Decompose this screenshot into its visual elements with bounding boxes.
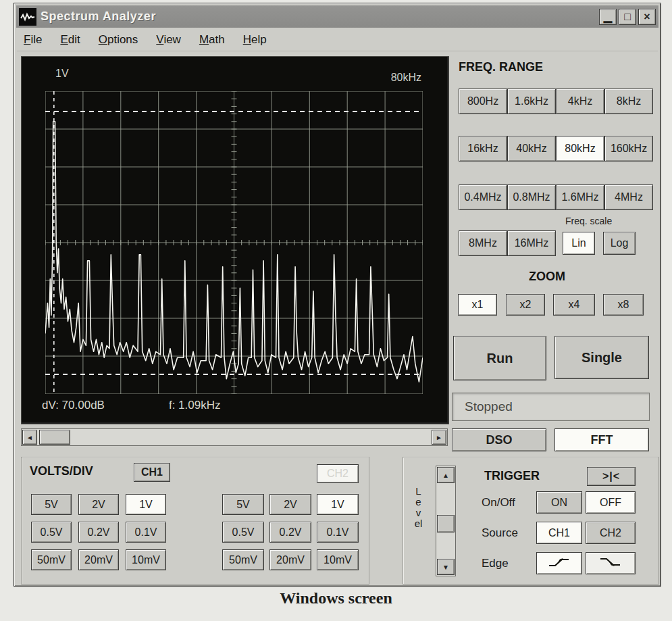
trigger-source-ch1-button[interactable]: CH1 bbox=[536, 522, 582, 544]
menu-help[interactable]: Help bbox=[243, 33, 267, 47]
freq-0.4mhz-button[interactable]: 0.4MHz bbox=[459, 184, 507, 210]
spectrum-graticule bbox=[45, 91, 423, 394]
horizontal-scrollbar[interactable]: ◄ ► bbox=[21, 428, 448, 446]
ch1-0.1v-button[interactable]: 0.1V bbox=[126, 522, 166, 543]
app-waveform-icon bbox=[19, 8, 36, 26]
scroll-right-icon[interactable]: ► bbox=[432, 430, 446, 445]
volts-div-title: VOLTS/DIV bbox=[30, 464, 93, 478]
dso-button[interactable]: DSO bbox=[452, 428, 546, 451]
ch1-20mv-button[interactable]: 20mV bbox=[78, 549, 119, 570]
freq-80khz-button[interactable]: 80kHz bbox=[556, 136, 604, 162]
title-bar[interactable]: Spectrum Analyzer ▁ □ × bbox=[16, 5, 658, 28]
freq-8khz-button[interactable]: 8kHz bbox=[604, 89, 653, 114]
menu-options[interactable]: Options bbox=[99, 33, 138, 47]
ch2-0.5v-button[interactable]: 0.5V bbox=[222, 522, 264, 543]
ch1-2v-button[interactable]: 2V bbox=[78, 494, 119, 515]
level-up-icon[interactable]: ▲ bbox=[437, 467, 455, 483]
freq-range-title: FREQ. RANGE bbox=[459, 60, 543, 74]
ch1-1v-button[interactable]: 1V bbox=[126, 494, 166, 515]
volts-per-div-readout: 1V bbox=[55, 68, 69, 80]
ch1-0.5v-button[interactable]: 0.5V bbox=[31, 522, 72, 543]
freq-1.6mhz-button[interactable]: 1.6MHz bbox=[556, 184, 604, 210]
maximize-button[interactable]: □ bbox=[619, 9, 636, 25]
menu-math[interactable]: Math bbox=[199, 33, 225, 47]
zoom-x2-button[interactable]: x2 bbox=[506, 294, 545, 316]
status-panel: Stopped bbox=[452, 393, 650, 421]
trigger-off-button[interactable]: OFF bbox=[586, 491, 636, 514]
scanned-page: Spectrum Analyzer ▁ □ × File Edit Option… bbox=[0, 0, 672, 621]
level-down-icon[interactable]: ▼ bbox=[437, 559, 455, 575]
ch2-1v-button[interactable]: 1V bbox=[317, 494, 359, 515]
edge-label: Edge bbox=[482, 557, 509, 570]
trigger-falling-edge-button[interactable] bbox=[586, 552, 636, 574]
freq-8mhz-button[interactable]: 8MHz bbox=[459, 230, 507, 256]
ch2-20mv-button[interactable]: 20mV bbox=[269, 549, 311, 570]
menu-bar: File Edit Options View Math Help bbox=[17, 29, 658, 51]
freq-scale-log-button[interactable]: Log bbox=[603, 232, 636, 255]
window-controls: ▁ □ × bbox=[599, 9, 656, 25]
minimize-button[interactable]: ▁ bbox=[599, 9, 617, 25]
level-scrollbar[interactable]: ▲ ▼ bbox=[436, 466, 456, 576]
scroll-left-icon[interactable]: ◄ bbox=[22, 430, 37, 445]
trigger-sync-button[interactable]: >|< bbox=[587, 467, 636, 486]
trigger-on-button[interactable]: ON bbox=[536, 491, 582, 514]
freq-16khz-button[interactable]: 16kHz bbox=[459, 136, 507, 162]
ch2-50mv-button[interactable]: 50mV bbox=[222, 549, 264, 570]
app-window: Spectrum Analyzer ▁ □ × File Edit Option… bbox=[14, 3, 661, 587]
close-button[interactable]: × bbox=[638, 9, 656, 25]
volts-div-panel: VOLTS/DIV CH1 CH2 5V 2V 1V 0.5V 0.2V 0.1… bbox=[21, 457, 369, 585]
trigger-title: TRIGGER bbox=[484, 469, 540, 483]
zoom-x4-button[interactable]: x4 bbox=[553, 294, 595, 316]
falling-edge-icon bbox=[598, 556, 623, 571]
dv-readout: dV: 70.00dB bbox=[42, 399, 105, 412]
run-button[interactable]: Run bbox=[453, 336, 546, 380]
spectrum-display: 1V 80kHz dV: 70.00dB f: 1.09kHz bbox=[21, 56, 449, 424]
scrollbar-thumb[interactable] bbox=[39, 430, 70, 445]
ch2-2v-button[interactable]: 2V bbox=[269, 494, 311, 515]
ch2-0.2v-button[interactable]: 0.2V bbox=[269, 522, 311, 543]
ch2-select-button[interactable]: CH2 bbox=[317, 464, 359, 483]
menu-edit[interactable]: Edit bbox=[60, 33, 80, 47]
freq-160khz-button[interactable]: 160kHz bbox=[604, 136, 653, 162]
freq-1.6khz-button[interactable]: 1.6kHz bbox=[507, 89, 556, 114]
fft-button[interactable]: FFT bbox=[554, 428, 649, 451]
freq-range-readout: 80kHz bbox=[391, 72, 421, 84]
freq-0.8mhz-button[interactable]: 0.8MHz bbox=[507, 184, 556, 210]
ch2-10mv-button[interactable]: 10mV bbox=[317, 549, 359, 570]
onoff-label: On/Off bbox=[482, 496, 515, 510]
figure-caption: Windows screen bbox=[0, 589, 672, 607]
freq-4khz-button[interactable]: 4kHz bbox=[556, 89, 604, 114]
source-label: Source bbox=[482, 526, 518, 540]
freq-4mhz-button[interactable]: 4MHz bbox=[604, 184, 653, 210]
status-text: Stopped bbox=[465, 399, 513, 414]
single-button[interactable]: Single bbox=[554, 336, 649, 379]
menu-file[interactable]: File bbox=[24, 33, 42, 47]
freq-16mhz-button[interactable]: 16MHz bbox=[507, 230, 556, 256]
trigger-rising-edge-button[interactable] bbox=[536, 552, 582, 574]
window-title: Spectrum Analyzer bbox=[41, 9, 156, 24]
freq-scale-label: Freq. scale bbox=[565, 216, 612, 226]
zoom-x1-button[interactable]: x1 bbox=[458, 294, 497, 316]
rising-edge-icon bbox=[547, 556, 571, 571]
cursor-readouts: dV: 70.00dB f: 1.09kHz bbox=[42, 399, 221, 412]
ch1-select-button[interactable]: CH1 bbox=[134, 463, 170, 482]
ch1-5v-button[interactable]: 5V bbox=[31, 494, 72, 515]
zoom-x8-button[interactable]: x8 bbox=[603, 294, 644, 316]
level-thumb[interactable] bbox=[437, 515, 455, 532]
level-label: Level bbox=[414, 486, 423, 529]
ch2-5v-button[interactable]: 5V bbox=[222, 494, 264, 515]
ch2-0.1v-button[interactable]: 0.1V bbox=[317, 522, 359, 543]
freq-800hz-button[interactable]: 800Hz bbox=[459, 89, 507, 114]
menu-view[interactable]: View bbox=[156, 33, 181, 47]
freq-40khz-button[interactable]: 40kHz bbox=[507, 136, 556, 162]
frequency-readout: f: 1.09kHz bbox=[169, 399, 221, 412]
trigger-panel: Level ▲ ▼ TRIGGER >|< On/Off ON OFF Sour… bbox=[403, 457, 659, 585]
ch1-50mv-button[interactable]: 50mV bbox=[31, 549, 72, 570]
trigger-source-ch2-button[interactable]: CH2 bbox=[586, 522, 636, 544]
freq-scale-lin-button[interactable]: Lin bbox=[563, 232, 595, 255]
ch1-0.2v-button[interactable]: 0.2V bbox=[78, 522, 119, 543]
zoom-title: ZOOM bbox=[529, 270, 565, 284]
ch1-10mv-button[interactable]: 10mV bbox=[126, 549, 166, 570]
